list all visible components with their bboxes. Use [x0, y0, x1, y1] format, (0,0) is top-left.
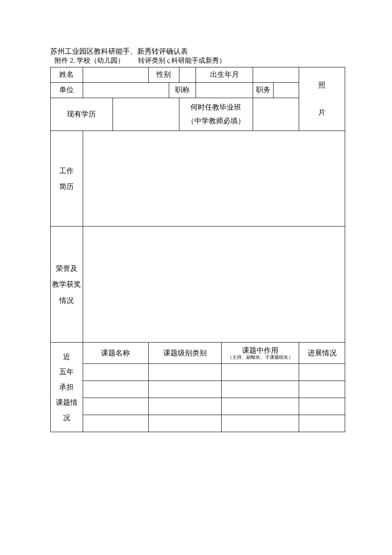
label-education: 现有学历: [51, 98, 113, 131]
label-recent5: 近 五年 承担 课题情 况: [51, 343, 83, 432]
label-recent5-l3: 承担: [59, 383, 74, 391]
value-gender: [179, 67, 196, 82]
col-kt-level: 课题级别类别: [148, 343, 222, 364]
label-honors-l2: 教学获奖: [52, 280, 81, 288]
label-recent5-l2: 五年: [59, 368, 74, 376]
value-birth: [253, 67, 299, 82]
col-kt-role-sub: （主持、副蛆长、子课题组长）: [222, 355, 299, 360]
table-row: [51, 381, 345, 398]
document-title: 苏州工业园区教科研能手、新秀转评确认表: [50, 47, 345, 56]
photo-placeholder: 照 片: [299, 67, 345, 131]
label-birth: 出生年月: [196, 67, 253, 82]
value-honors: [83, 227, 345, 343]
value-unit: [83, 82, 169, 98]
label-grad-class-line1: 何时任教毕业班: [190, 103, 241, 111]
label-grad-class-line2: （中学教师必填）: [187, 117, 245, 125]
label-gender: 性别: [148, 67, 179, 82]
label-honors: 荣誉及 教学获奖 情况: [51, 227, 83, 343]
value-post: [274, 82, 299, 98]
value-name: [83, 67, 148, 82]
value-title-rank: [196, 82, 253, 98]
document-subtitle: 附件 2. 学校（幼儿园） 转评类别 ς 科研能手或新秀）: [55, 56, 345, 65]
col-kt-progress: 进展情况: [299, 343, 345, 364]
table-row: [51, 364, 345, 381]
table-row: [51, 415, 345, 432]
label-recent5-l1: 近: [63, 353, 70, 361]
col-kt-role-main: 课题中作用: [242, 346, 278, 355]
label-work-history-l2: 简历: [59, 183, 74, 191]
value-work-history: [83, 131, 345, 227]
label-recent5-l4: 课题情: [56, 398, 78, 407]
confirmation-form-table: 姓名 性别 出生年月 照 片 单位 职称 职务 现有学历: [50, 67, 345, 433]
label-title-rank: 职称: [169, 82, 196, 98]
table-row: [51, 398, 345, 415]
label-grad-class: 何时任教毕业班 （中学教师必填）: [179, 98, 253, 131]
label-honors-l3: 情况: [59, 296, 74, 305]
label-name: 姓名: [51, 67, 83, 82]
value-grad-class: [253, 98, 299, 131]
label-unit: 单位: [51, 82, 83, 98]
label-post: 职务: [253, 82, 274, 98]
value-education: [112, 98, 179, 131]
label-recent5-l5: 况: [63, 414, 70, 422]
col-kt-role: 课题中作用 （主持、副蛆长、子课题组长）: [222, 343, 299, 364]
photo-label-bottom: 片: [318, 108, 326, 118]
label-work-history: 工作 简历: [51, 131, 83, 227]
label-honors-l1: 荣誉及: [56, 264, 78, 273]
photo-label-top: 照: [318, 80, 326, 90]
label-work-history-l1: 工作: [59, 167, 74, 175]
col-kt-name: 课题名称: [83, 343, 148, 364]
